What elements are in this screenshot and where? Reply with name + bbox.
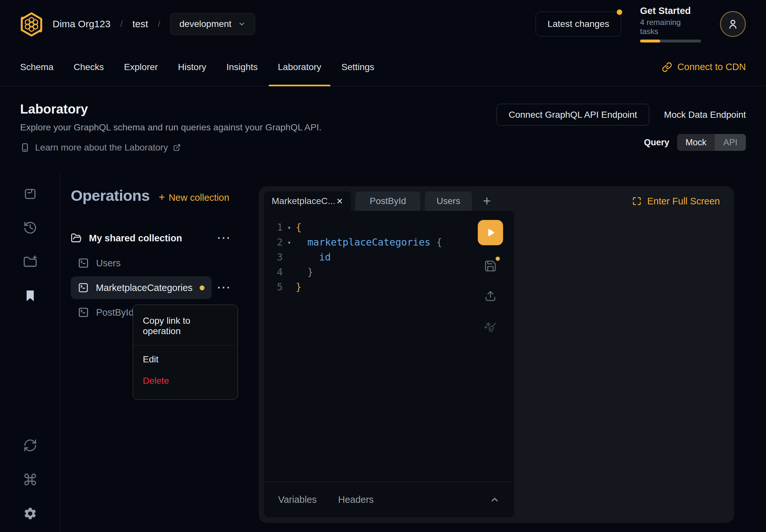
latest-changes-label: Latest changes <box>548 19 609 29</box>
context-menu-edit[interactable]: Edit <box>133 349 237 370</box>
context-menu-copy-link[interactable]: Copy link to operation <box>133 310 237 342</box>
get-started-widget[interactable]: Get Started 4 remaining tasks <box>640 6 701 42</box>
plus-icon: + <box>159 191 165 203</box>
line-number: 5 <box>264 280 283 295</box>
folder-open-icon <box>71 233 82 244</box>
code-line: 1 ▾ { <box>264 220 514 235</box>
nav-tab-laboratory[interactable]: Laboratory <box>278 48 321 86</box>
page-description: Explore your GraphQL schema and run quer… <box>20 122 322 133</box>
code-line: 5 } <box>264 280 514 295</box>
nav-tab-insights[interactable]: Insights <box>226 48 258 86</box>
nav-tab-history[interactable]: History <box>178 48 206 86</box>
line-number: 3 <box>264 250 283 265</box>
get-started-progressbar <box>640 40 701 42</box>
line-number: 1 <box>264 220 283 235</box>
query-mode-mock[interactable]: Mock <box>677 134 715 151</box>
get-started-progress-fill <box>640 40 660 42</box>
main-nav: Schema Checks Explorer History Insights … <box>0 48 766 86</box>
prettify-button[interactable] <box>483 320 498 335</box>
fullscreen-icon <box>632 196 642 206</box>
upload-icon <box>484 289 497 302</box>
settings-gear-icon[interactable] <box>23 506 37 521</box>
latest-changes-button[interactable]: Latest changes <box>536 12 621 36</box>
mock-data-endpoint-button[interactable]: Mock Data Endpoint <box>664 110 746 120</box>
learn-more-link[interactable]: Learn more about the Laboratory <box>20 142 322 153</box>
line-number: 4 <box>264 265 283 280</box>
operation-item-label: PostById <box>96 307 134 318</box>
variables-tab[interactable]: Variables <box>278 494 317 505</box>
nav-tab-schema[interactable]: Schema <box>20 48 54 86</box>
save-icon <box>484 260 497 272</box>
operation-more-options-button[interactable]: ··· <box>217 282 231 294</box>
breadcrumb-separator: / <box>120 19 123 29</box>
operation-item-marketplacecategories[interactable]: MarketplaceCategories ··· <box>71 276 212 299</box>
share-operation-button[interactable] <box>484 289 497 302</box>
collections-icon[interactable] <box>23 187 37 201</box>
hive-logo-icon[interactable] <box>20 12 43 36</box>
operations-header: Operations + New collection <box>71 187 239 204</box>
chevron-down-icon <box>238 20 246 28</box>
run-query-button[interactable] <box>478 220 503 245</box>
query-mode-row: Query Mock API <box>644 134 746 151</box>
query-mode-api[interactable]: API <box>715 134 746 151</box>
line-number: 2 <box>264 235 283 250</box>
nav-tab-explorer[interactable]: Explorer <box>124 48 158 86</box>
context-menu-delete[interactable]: Delete <box>133 370 237 392</box>
breadcrumb-org[interactable]: Dima Org123 <box>53 18 110 30</box>
editor-tab-postbyid[interactable]: PostById <box>355 191 420 211</box>
page-header-right: Connect GraphQL API Endpoint Mock Data E… <box>497 102 746 153</box>
bookmark-icon[interactable] <box>23 289 37 303</box>
unsaved-changes-dot <box>200 285 204 290</box>
environment-select[interactable]: development <box>170 13 255 35</box>
query-label: Query <box>644 138 669 148</box>
refresh-icon[interactable] <box>23 438 37 453</box>
command-shortcuts-icon[interactable] <box>23 472 37 487</box>
code-token: id <box>296 250 331 265</box>
history-icon[interactable] <box>23 221 37 235</box>
collection-more-options-button[interactable]: ··· <box>217 232 231 244</box>
close-tab-icon[interactable]: ✕ <box>336 197 343 206</box>
topbar: Dima Org123 / test / development Latest … <box>0 0 766 48</box>
code-token: } <box>296 280 301 295</box>
fold-gutter <box>283 250 296 265</box>
nav-tab-settings[interactable]: Settings <box>341 48 374 86</box>
query-mode-toggle[interactable]: Mock API <box>677 134 746 151</box>
terminal-icon <box>78 307 89 318</box>
operation-item-users[interactable]: Users <box>71 252 212 274</box>
notification-dot <box>617 9 622 15</box>
headers-tab[interactable]: Headers <box>338 494 374 505</box>
new-tab-button[interactable]: + <box>477 191 497 211</box>
code-area[interactable]: 1 ▾ { 2 ▾ marketplaceCategories { 3 <box>264 211 514 295</box>
collection-header[interactable]: My shared collection ··· <box>71 229 212 247</box>
connect-graphql-endpoint-button[interactable]: Connect GraphQL API Endpoint <box>497 104 649 126</box>
code-line: 3 id <box>264 250 514 265</box>
enter-fullscreen-button[interactable]: Enter Full Screen <box>632 191 720 211</box>
nav-tab-checks[interactable]: Checks <box>74 48 104 86</box>
fold-arrow-icon[interactable]: ▾ <box>283 235 296 250</box>
query-editor[interactable]: 1 ▾ { 2 ▾ marketplaceCategories { 3 <box>264 211 514 517</box>
person-icon <box>726 17 740 31</box>
editor-tab-users[interactable]: Users <box>425 191 472 211</box>
play-icon <box>485 227 496 238</box>
connect-to-cdn-link[interactable]: Connect to CDN <box>662 62 746 72</box>
get-started-subtitle: 4 remaining tasks <box>640 18 701 36</box>
page-header: Laboratory Explore your GraphQL schema a… <box>0 86 766 153</box>
code-token: { <box>296 220 301 235</box>
breadcrumb-project[interactable]: test <box>132 18 148 30</box>
new-collection-button[interactable]: + New collection <box>159 191 229 203</box>
connect-to-cdn-label: Connect to CDN <box>677 62 746 72</box>
new-folder-icon[interactable] <box>23 255 37 269</box>
code-token: { <box>431 235 442 250</box>
user-avatar[interactable] <box>720 11 746 37</box>
save-operation-button[interactable] <box>484 260 497 272</box>
collapse-chevron-up-icon[interactable] <box>490 495 500 505</box>
unsaved-changes-dot <box>496 257 500 261</box>
context-menu-divider <box>133 345 237 345</box>
editor-tab-marketplacecategories[interactable]: MarketplaceC... ✕ <box>264 191 351 211</box>
editor-tab-label: Users <box>437 196 460 206</box>
fold-arrow-icon[interactable]: ▾ <box>283 220 296 235</box>
editor-footer: Variables Headers <box>264 482 514 517</box>
environment-value: development <box>179 19 231 29</box>
code-token: } <box>296 265 313 280</box>
terminal-icon <box>78 282 89 293</box>
